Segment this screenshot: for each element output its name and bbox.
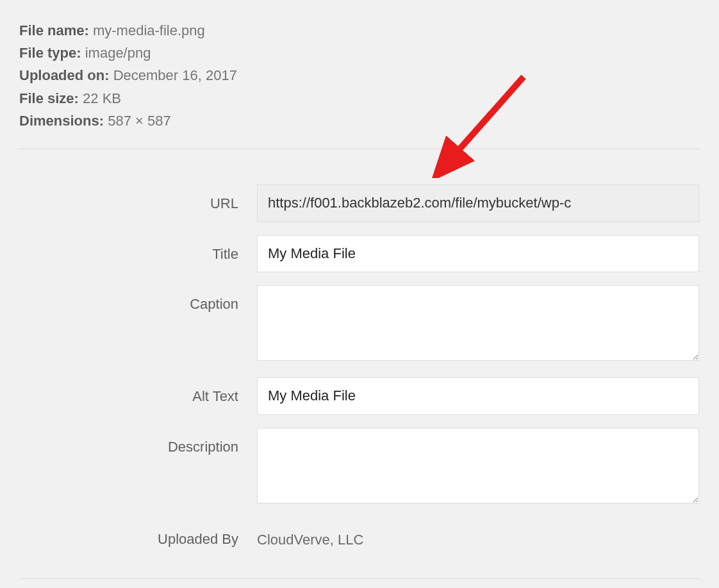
file-name-row: File name: my-media-file.png bbox=[19, 19, 700, 42]
file-size-label: File size: bbox=[19, 90, 79, 106]
url-label: URL bbox=[210, 195, 238, 211]
uploaded-by-label: Uploaded By bbox=[158, 531, 238, 547]
file-meta-block: File name: my-media-file.png File type: … bbox=[19, 19, 700, 149]
caption-textarea[interactable] bbox=[257, 285, 699, 361]
file-name-label: File name: bbox=[19, 22, 89, 38]
description-label: Description bbox=[168, 439, 238, 455]
uploaded-on-label: Uploaded on: bbox=[19, 67, 110, 83]
file-size-value: 22 KB bbox=[83, 90, 121, 106]
file-type-row: File type: image/png bbox=[19, 42, 700, 64]
caption-label: Caption bbox=[190, 296, 238, 312]
file-size-row: File size: 22 KB bbox=[19, 87, 700, 110]
dimensions-row: Dimensions: 587 × 587 bbox=[19, 110, 700, 132]
alt-text-label: Alt Text bbox=[192, 388, 238, 404]
file-name-value: my-media-file.png bbox=[93, 22, 205, 38]
dimensions-value: 587 × 587 bbox=[108, 113, 170, 129]
uploaded-on-row: Uploaded on: December 16, 2017 bbox=[19, 64, 700, 86]
file-type-label: File type: bbox=[19, 45, 81, 61]
uploaded-by-value: CloudVerve, LLC bbox=[257, 520, 699, 548]
url-input[interactable] bbox=[257, 184, 699, 222]
file-type-value: image/png bbox=[85, 45, 151, 61]
alt-text-input[interactable] bbox=[257, 377, 699, 415]
dimensions-label: Dimensions: bbox=[19, 113, 104, 129]
title-input[interactable] bbox=[257, 235, 699, 273]
attachment-form: URL Title Caption Alt Text bbox=[19, 172, 700, 560]
actions-row: View attachment page | Edit more details… bbox=[19, 578, 700, 588]
attachment-details-panel: File name: my-media-file.png File type: … bbox=[0, 0, 719, 588]
uploaded-on-value: December 16, 2017 bbox=[113, 67, 237, 83]
description-textarea[interactable] bbox=[257, 428, 699, 503]
title-label: Title bbox=[212, 246, 238, 262]
